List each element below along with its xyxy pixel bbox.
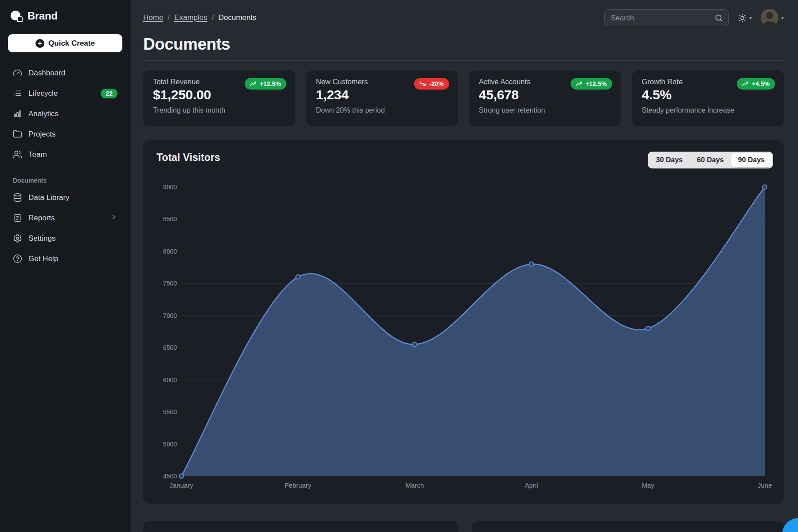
sidebar-item-label: Reports — [28, 214, 55, 223]
gauge-icon — [13, 68, 22, 78]
svg-text:8000: 8000 — [163, 248, 177, 255]
sidebar-item-label: Get Help — [28, 254, 58, 263]
sidebar-item-dashboard[interactable]: Dashboard — [8, 64, 122, 82]
badge-value: +12.5% — [586, 80, 607, 87]
breadcrumb-examples-link[interactable]: Examples — [174, 13, 207, 22]
svg-text:February: February — [285, 481, 312, 489]
svg-text:6500: 6500 — [163, 344, 177, 351]
stat-footer: Steady performance increase — [642, 106, 775, 114]
trend-badge: -20% — [414, 78, 449, 90]
sidebar-item-get-help[interactable]: Get Help — [8, 250, 122, 268]
brand-logo-icon — [11, 10, 23, 22]
search-box — [604, 9, 729, 26]
help-icon — [13, 254, 22, 263]
breadcrumb-current: Documents — [218, 13, 256, 22]
bottom-row: August 2025 Subscribe to our newsletter — [143, 521, 784, 532]
documents-nav: Data Library Reports Settings Get Help — [8, 188, 122, 268]
badge-value: +12.5% — [260, 80, 281, 87]
stat-value: 45,678 — [479, 87, 611, 102]
lifecycle-count-badge: 22 — [101, 89, 117, 98]
brand-name: Brand — [27, 10, 58, 22]
sidebar-item-lifecycle[interactable]: Lifecycle 22 — [8, 84, 122, 102]
avatar — [761, 9, 778, 27]
gear-icon — [13, 234, 22, 243]
sidebar-item-label: Analytics — [28, 110, 59, 118]
search-input[interactable] — [611, 14, 715, 22]
stat-card-total-revenue: Total Revenue +12.5% $1,250.00 Trending … — [143, 70, 295, 126]
brand[interactable]: Brand — [8, 9, 122, 22]
trend-badge: +12.5% — [245, 78, 286, 90]
visitors-area-chart: 4500500055006000650070007500800085009000… — [143, 140, 784, 504]
svg-text:7500: 7500 — [163, 280, 177, 287]
users-icon — [13, 150, 22, 159]
database-icon — [13, 193, 22, 202]
svg-text:8500: 8500 — [163, 215, 177, 223]
search-icon — [715, 14, 723, 22]
sidebar-item-reports[interactable]: Reports — [8, 209, 122, 227]
chevron-down-icon: ▾ — [749, 15, 752, 20]
topbar: Home / Examples / Documents ▾ — [143, 9, 784, 27]
topbar-actions: ▾ ▾ — [604, 9, 784, 27]
primary-nav: Dashboard Lifecycle 22 Analytics Project… — [8, 64, 122, 164]
title-divider — [143, 60, 784, 61]
quick-create-label: Quick Create — [48, 39, 95, 48]
sidebar-item-projects[interactable]: Projects — [8, 125, 122, 143]
sidebar-item-label: Dashboard — [28, 69, 65, 78]
breadcrumb-separator: / — [212, 13, 214, 22]
total-visitors-card: 4500500055006000650070007500800085009000… — [143, 140, 784, 504]
stat-card-active-accounts: Active Accounts +12.5% 45,678 Strong use… — [469, 70, 621, 126]
sidebar-item-label: Projects — [28, 130, 55, 139]
svg-text:5500: 5500 — [163, 408, 177, 415]
user-menu-button[interactable]: ▾ — [761, 9, 784, 27]
trending-down-icon — [419, 81, 426, 86]
trending-up-icon — [250, 81, 257, 86]
svg-text:May: May — [642, 481, 655, 489]
chevron-right-icon — [110, 213, 117, 223]
stat-cards-row: Total Revenue +12.5% $1,250.00 Trending … — [143, 70, 784, 126]
svg-text:April: April — [525, 481, 538, 489]
badge-value: -20% — [429, 80, 444, 87]
breadcrumb-separator: / — [168, 13, 170, 22]
sun-icon — [738, 13, 747, 23]
badge-value: +4.5% — [752, 80, 770, 87]
stat-footer: Trending up this month — [153, 106, 286, 114]
stat-card-growth-rate: Growth Rate +4.5% 4.5% Steady performanc… — [632, 70, 784, 126]
trending-up-icon — [576, 81, 583, 86]
svg-text:March: March — [406, 481, 424, 489]
trend-badge: +12.5% — [571, 78, 612, 90]
plus-circle-icon: + — [35, 39, 44, 48]
main-content: Home / Examples / Documents ▾ — [131, 0, 798, 532]
sidebar-item-label: Data Library — [28, 193, 70, 202]
quick-create-button[interactable]: + Quick Create — [8, 34, 122, 52]
stat-footer: Down 20% this period — [316, 106, 449, 114]
sidebar: Brand + Quick Create Dashboard Lifecycle… — [0, 0, 131, 532]
trend-badge: +4.5% — [737, 78, 775, 90]
stat-footer: Strong user retention — [479, 106, 611, 114]
stat-card-new-customers: New Customers -20% 1,234 Down 20% this p… — [306, 70, 458, 126]
report-icon — [13, 213, 22, 223]
svg-text:9000: 9000 — [163, 184, 177, 191]
stat-value: $1,250.00 — [153, 87, 286, 102]
newsletter-card: Subscribe to our newsletter — [472, 521, 784, 532]
app-window: Brand + Quick Create Dashboard Lifecycle… — [0, 0, 798, 532]
calendar-card: August 2025 — [143, 521, 458, 532]
sidebar-item-data-library[interactable]: Data Library — [8, 188, 122, 207]
folder-icon — [13, 129, 22, 139]
sidebar-section-documents: Documents — [8, 177, 122, 184]
sidebar-item-label: Settings — [28, 234, 55, 243]
bar-chart-icon — [13, 109, 22, 118]
breadcrumb-home-link[interactable]: Home — [143, 13, 163, 22]
svg-text:June: June — [758, 481, 772, 489]
stat-value: 4.5% — [642, 87, 775, 102]
sidebar-item-analytics[interactable]: Analytics — [8, 105, 122, 123]
breadcrumb: Home / Examples / Documents — [143, 13, 256, 22]
svg-text:7000: 7000 — [163, 312, 177, 319]
svg-text:4500: 4500 — [163, 473, 177, 480]
svg-text:January: January — [169, 481, 193, 489]
sidebar-item-team[interactable]: Team — [8, 145, 122, 164]
trending-up-icon — [742, 81, 749, 86]
sidebar-item-label: Lifecycle — [28, 89, 58, 98]
sidebar-item-settings[interactable]: Settings — [8, 229, 122, 247]
list-icon — [13, 89, 22, 98]
theme-toggle-button[interactable]: ▾ — [738, 13, 752, 23]
